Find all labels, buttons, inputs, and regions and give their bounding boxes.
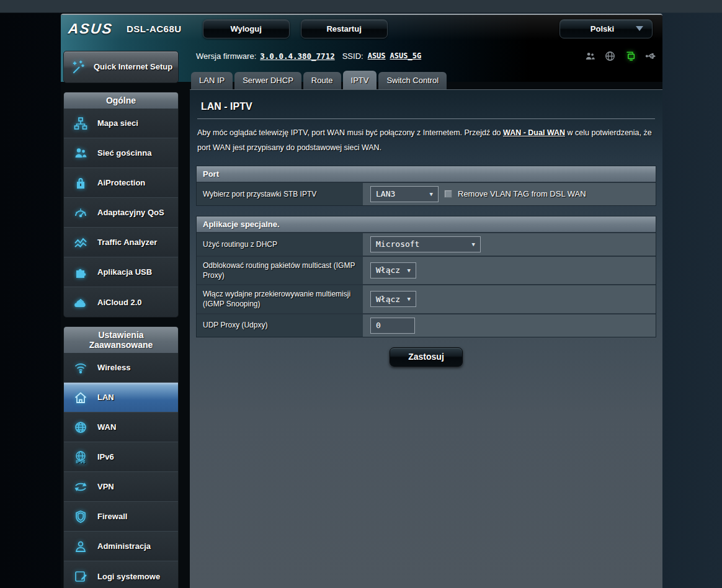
igmp-snooping-label: Włącz wydajne przekierowywanie multiemis…: [197, 285, 363, 313]
qis-label: Quick Internet Setup: [94, 62, 172, 72]
internet-globe-icon[interactable]: [604, 50, 616, 62]
sidebar-item-label: IPv6: [97, 452, 114, 461]
language-value: Polski: [569, 24, 636, 33]
person-icon: [71, 539, 91, 554]
special-apps-title: Aplikacje specjalne.: [197, 216, 656, 232]
dhcp-routes-label: Użyć routingu z DHCP: [197, 233, 363, 256]
sidebar-item-label: Wireless: [97, 363, 130, 372]
logout-label: Wyloguj: [230, 24, 261, 33]
menu-advanced-title: Ustawienia Zaawansowane: [64, 327, 178, 353]
stb-port-value-cell: LAN3 ▼ Remove VLAN TAG from DSL WAN: [363, 183, 656, 205]
sidebar-item-aicloud[interactable]: AiCloud 2.0: [64, 287, 178, 317]
igmp-snooping-select[interactable]: Włącz ▼: [370, 291, 416, 307]
port-section: Port Wybierz port przystawki STB IPTV LA…: [196, 166, 656, 206]
chevron-down-icon: ▼: [472, 241, 475, 247]
tab-bar: LAN IP Serwer DHCP Route IPTV Switch Con…: [190, 69, 662, 89]
reboot-label: Restartuj: [326, 24, 361, 33]
sidebar-item-label: VPN: [97, 482, 114, 491]
sidebar-item-wan[interactable]: WAN: [64, 412, 178, 442]
language-select[interactable]: Polski: [559, 19, 653, 38]
remove-vlan-tag-checkbox[interactable]: [444, 190, 452, 198]
description-text: Aby móc oglądać telewizję IPTV, port WAN…: [197, 128, 503, 137]
page-title: LAN - IPTV: [201, 101, 651, 112]
asus-logo: ASUS: [68, 20, 114, 37]
chevron-down-icon: ▼: [408, 267, 411, 274]
sidebar-item-lan[interactable]: LAN: [64, 383, 178, 412]
dhcp-routes-value-cell: Microsoft ▼: [363, 233, 656, 256]
tab-iptv[interactable]: IPTV: [343, 71, 377, 89]
sidebar-item-ipv6[interactable]: IPv6 IPv6: [64, 442, 178, 472]
sidebar-item-label: LAN: [97, 393, 114, 402]
sidebar-item-adaptacyjny-qos[interactable]: Adaptacyjny QoS: [64, 198, 178, 228]
tab-serwer-dhcp[interactable]: Serwer DHCP: [234, 72, 301, 89]
usb-icon[interactable]: [644, 50, 657, 62]
sidebar-item-logi-systemowe[interactable]: Logi systemowe: [64, 561, 178, 588]
sidebar-item-aiprotection[interactable]: AiProtection: [64, 168, 178, 198]
tab-route[interactable]: Route: [303, 72, 341, 89]
sidebar-item-administracja[interactable]: Administracja: [64, 532, 178, 561]
content-column: Wersja firmware: 3.0.0.4.380_7712 SSID: …: [190, 42, 662, 588]
page-description: Aby móc oglądać telewizję IPTV, port WAN…: [197, 125, 655, 156]
dhcp-routes-select[interactable]: Microsoft ▼: [370, 236, 481, 252]
sidebar-item-quick-internet-setup[interactable]: Quick Internet Setup: [63, 51, 179, 83]
wifi-icon: [71, 360, 91, 375]
sidebar-item-label: Mapa sieci: [97, 118, 138, 128]
sidebar: Quick Internet Setup Ogólne Mapa sieci: [61, 42, 180, 588]
table-row: UDP Proxy (Udpxy): [197, 313, 656, 337]
stb-port-select-value: LAN3: [376, 189, 395, 198]
router-admin-window: ASUS DSL-AC68U Wyloguj Restartuj Polski …: [61, 14, 662, 588]
sidebar-item-mapa-sieci[interactable]: Mapa sieci: [64, 109, 178, 138]
lan-status-icon[interactable]: [624, 50, 636, 62]
special-apps-section: Aplikacje specjalne. Użyć routingu z DHC…: [196, 216, 656, 337]
sidebar-item-wireless[interactable]: Wireless: [64, 353, 178, 383]
sidebar-item-label: Traffic Analyzer: [97, 238, 157, 247]
menu-general: Ogólne Mapa sieci: [63, 92, 179, 318]
sidebar-item-aplikacja-usb[interactable]: Aplikacja USB: [64, 257, 178, 287]
ssid-24ghz-link[interactable]: ASUS: [368, 51, 386, 60]
ssid-5ghz-link[interactable]: ASUS_5G: [390, 51, 422, 60]
sidebar-item-traffic-analyzer[interactable]: Traffic Analyzer: [64, 228, 178, 257]
chevron-down-icon: ▼: [430, 191, 433, 197]
udp-proxy-label: UDP Proxy (Udpxy): [197, 314, 363, 337]
igmp-proxy-value-cell: Włącz ▼: [363, 257, 656, 284]
apply-button[interactable]: Zastosuj: [390, 347, 463, 367]
title-divider: [197, 118, 655, 119]
tab-switch-control[interactable]: Switch Control: [378, 72, 447, 89]
table-row: Wybierz port przystawki STB IPTV LAN3 ▼ …: [197, 182, 656, 205]
tab-label: Switch Control: [386, 76, 439, 85]
wan-dual-wan-link[interactable]: WAN - Dual WAN: [503, 128, 565, 137]
sidebar-item-label: Adaptacyjny QoS: [97, 208, 164, 217]
stb-port-label: Wybierz port przystawki STB IPTV: [197, 183, 363, 205]
udp-proxy-input[interactable]: [370, 318, 415, 334]
gauge-icon: [71, 205, 91, 220]
ipv6-icon: IPv6: [71, 450, 91, 465]
sidebar-item-label: Sieć gościnna: [97, 148, 151, 158]
guest-network-icon: [71, 146, 91, 161]
cloud-icon: [71, 295, 91, 310]
tab-lan-ip[interactable]: LAN IP: [191, 72, 233, 89]
sidebar-item-vpn[interactable]: VPN: [64, 472, 178, 502]
chevron-down-icon: [636, 26, 643, 31]
igmp-proxy-select-value: Włącz: [376, 265, 400, 275]
info-bar: Wersja firmware: 3.0.0.4.380_7712 SSID: …: [190, 42, 662, 69]
status-icons: [584, 50, 657, 62]
logout-button[interactable]: Wyloguj: [203, 19, 290, 38]
firmware-label: Wersja firmware:: [196, 51, 256, 61]
sidebar-item-label: Aplikacja USB: [97, 267, 152, 277]
reboot-button[interactable]: Restartuj: [301, 19, 388, 38]
ssid-label: SSID:: [342, 51, 363, 61]
sidebar-item-label: AiProtection: [97, 178, 145, 187]
model-name: DSL-AC68U: [127, 24, 182, 34]
firmware-version-link[interactable]: 3.0.0.4.380_7712: [260, 51, 334, 61]
tab-label: IPTV: [351, 76, 369, 85]
stb-port-select[interactable]: LAN3 ▼: [370, 186, 439, 202]
sidebar-item-firewall[interactable]: Firewall: [64, 502, 178, 532]
udp-proxy-value-cell: [363, 314, 656, 337]
sidebar-item-siec-goscinna[interactable]: Sieć gościnna: [64, 138, 178, 168]
igmp-snooping-value-cell: Włącz ▼: [363, 285, 656, 313]
apply-row: Zastosuj: [196, 347, 656, 367]
sidebar-item-label: Firewall: [97, 512, 127, 521]
igmp-proxy-select[interactable]: Włącz ▼: [370, 262, 416, 278]
clients-icon[interactable]: [584, 50, 596, 62]
table-row: Włącz wydajne przekierowywanie multiemis…: [197, 284, 656, 313]
